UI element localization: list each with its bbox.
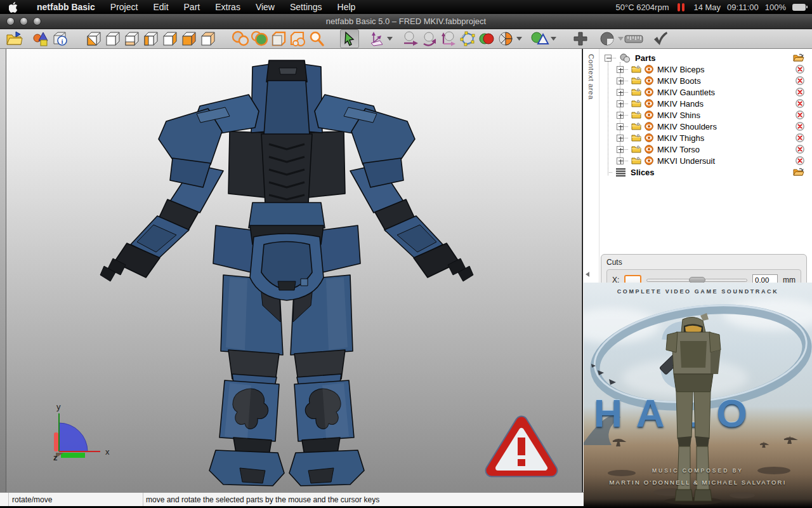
zoom-window-button[interactable] bbox=[33, 17, 41, 25]
part-label[interactable]: MKIV Shins bbox=[657, 110, 700, 120]
view-cube-5-icon[interactable] bbox=[160, 29, 179, 48]
delete-part-icon[interactable] bbox=[796, 156, 804, 167]
rotate-tool-icon[interactable] bbox=[420, 29, 439, 48]
add-part-icon[interactable] bbox=[32, 29, 51, 48]
tree-node-parts[interactable]: Parts bbox=[599, 52, 811, 64]
warning-triangle-icon[interactable] bbox=[483, 413, 560, 480]
part-label[interactable]: MKIV Shoulders bbox=[657, 122, 717, 131]
delete-part-icon[interactable] bbox=[796, 122, 804, 133]
slices-folder-open-icon[interactable] bbox=[793, 168, 804, 178]
part-info-icon[interactable]: i bbox=[51, 29, 70, 48]
minimize-window-button[interactable] bbox=[20, 17, 28, 25]
delete-part-icon[interactable] bbox=[796, 145, 804, 156]
delete-part-icon[interactable] bbox=[796, 133, 804, 144]
tree-node-slices[interactable]: Slices bbox=[599, 166, 811, 178]
menu-extras[interactable]: Extras bbox=[207, 0, 248, 14]
add-plus-icon[interactable] bbox=[571, 29, 590, 48]
cut-pie-icon[interactable] bbox=[496, 29, 515, 48]
cut-pie-dropdown[interactable] bbox=[515, 37, 523, 41]
repair-dropdown[interactable] bbox=[549, 37, 557, 41]
open-project-icon[interactable] bbox=[5, 29, 24, 48]
part-label[interactable]: MKIV Torso bbox=[657, 145, 700, 154]
show-selected-icon[interactable] bbox=[250, 29, 269, 48]
view-cube-1-icon[interactable] bbox=[84, 29, 103, 48]
part-label[interactable]: MKIV Hands bbox=[657, 99, 704, 109]
mesh-edit-icon[interactable] bbox=[458, 29, 477, 48]
menubar-date[interactable]: 14 May bbox=[693, 3, 721, 12]
visibility-eye-icon[interactable] bbox=[645, 133, 653, 142]
expand-toggle[interactable] bbox=[617, 112, 624, 119]
menu-help[interactable]: Help bbox=[330, 0, 363, 14]
repair-icon[interactable] bbox=[530, 29, 549, 48]
apple-menu-icon[interactable] bbox=[9, 2, 18, 13]
tree-item-mkiv-gauntlets[interactable]: MKIV Gauntlets bbox=[599, 86, 811, 98]
visibility-eye-icon[interactable] bbox=[645, 156, 653, 165]
pause-icon[interactable] bbox=[678, 3, 684, 11]
menu-edit[interactable]: Edit bbox=[145, 0, 176, 14]
select-cursor-icon[interactable] bbox=[340, 29, 359, 48]
tree-item-mkiv-shoulders[interactable]: MKIV Shoulders bbox=[599, 121, 811, 132]
visibility-eye-icon[interactable] bbox=[645, 88, 653, 97]
menubar-clock[interactable]: 09:11:00 bbox=[727, 3, 759, 12]
visibility-eye-icon[interactable] bbox=[645, 110, 653, 119]
part-label[interactable]: MKVI Undersuit bbox=[657, 156, 715, 166]
view-cube-6-icon[interactable] bbox=[179, 29, 198, 48]
part-label[interactable]: MKIV Gauntlets bbox=[657, 88, 715, 97]
collision-icon[interactable] bbox=[477, 29, 496, 48]
panel-collapse-arrow[interactable] bbox=[586, 272, 589, 277]
part-label[interactable]: MKIV Boots bbox=[657, 76, 701, 86]
expand-toggle[interactable] bbox=[617, 157, 624, 164]
slices-group-label[interactable]: Slices bbox=[631, 168, 655, 177]
tree-item-mkiv-torso[interactable]: MKIV Torso bbox=[599, 144, 811, 155]
delete-part-icon[interactable] bbox=[796, 99, 804, 110]
expand-toggle[interactable] bbox=[617, 135, 624, 142]
measure-icon[interactable] bbox=[624, 29, 643, 48]
delete-part-icon[interactable] bbox=[796, 65, 804, 76]
menu-view[interactable]: View bbox=[248, 0, 282, 14]
scale-tool-icon[interactable] bbox=[439, 29, 458, 48]
expand-toggle[interactable] bbox=[617, 77, 624, 84]
tree-item-mkiv-biceps[interactable]: MKIV Biceps bbox=[599, 64, 811, 75]
delete-part-icon[interactable] bbox=[796, 110, 804, 121]
part-label[interactable]: MKIV Biceps bbox=[657, 65, 704, 74]
coordinate-system-dropdown[interactable] bbox=[386, 37, 393, 41]
battery-icon[interactable] bbox=[792, 4, 806, 11]
view-cube-4-icon[interactable] bbox=[141, 29, 160, 48]
viewport-3d[interactable]: y x z bbox=[6, 49, 582, 492]
blend-dropdown[interactable] bbox=[617, 37, 624, 41]
part-label[interactable]: MKIV Thighs bbox=[657, 133, 704, 143]
view-cube-2-icon[interactable] bbox=[103, 29, 122, 48]
collapse-parts-toggle[interactable] bbox=[605, 55, 612, 62]
tree-item-mkiv-hands[interactable]: MKIV Hands bbox=[599, 98, 811, 109]
blend-icon[interactable] bbox=[598, 29, 617, 48]
expand-toggle[interactable] bbox=[617, 66, 624, 73]
menubar-app-name[interactable]: netfabb Basic bbox=[29, 2, 103, 12]
coordinate-system-icon[interactable] bbox=[367, 29, 386, 48]
window-titlebar[interactable]: netfabb Basic 5.0 – FRED MKIV.fabbprojec… bbox=[0, 14, 812, 29]
confirm-icon[interactable] bbox=[651, 29, 670, 48]
expand-toggle[interactable] bbox=[617, 146, 624, 153]
tree-item-mkiv-boots[interactable]: MKIV Boots bbox=[599, 75, 811, 86]
delete-part-icon[interactable] bbox=[796, 88, 804, 98]
parts-folder-open-icon[interactable] bbox=[793, 53, 804, 64]
tree-item-mkvi-undersuit[interactable]: MKVI Undersuit bbox=[599, 155, 811, 166]
close-window-button[interactable] bbox=[6, 17, 15, 25]
expand-toggle[interactable] bbox=[617, 100, 624, 107]
parts-group-label[interactable]: Parts bbox=[635, 53, 656, 63]
move-tool-icon[interactable] bbox=[401, 29, 420, 48]
show-box-icon[interactable] bbox=[269, 29, 288, 48]
visibility-eye-icon[interactable] bbox=[645, 76, 653, 85]
visibility-eye-icon[interactable] bbox=[645, 99, 653, 108]
visibility-eye-icon[interactable] bbox=[645, 65, 653, 74]
show-platform-icon[interactable] bbox=[288, 29, 307, 48]
zoom-icon[interactable] bbox=[307, 29, 326, 48]
menu-project[interactable]: Project bbox=[103, 0, 146, 14]
view-cube-3-icon[interactable] bbox=[122, 29, 141, 48]
expand-toggle[interactable] bbox=[617, 123, 624, 130]
visibility-eye-icon[interactable] bbox=[645, 122, 653, 131]
view-cube-7-icon[interactable] bbox=[198, 29, 217, 48]
delete-part-icon[interactable] bbox=[796, 76, 804, 87]
visibility-eye-icon[interactable] bbox=[645, 145, 653, 154]
menu-part[interactable]: Part bbox=[176, 0, 208, 14]
show-parts-icon[interactable] bbox=[231, 29, 250, 48]
